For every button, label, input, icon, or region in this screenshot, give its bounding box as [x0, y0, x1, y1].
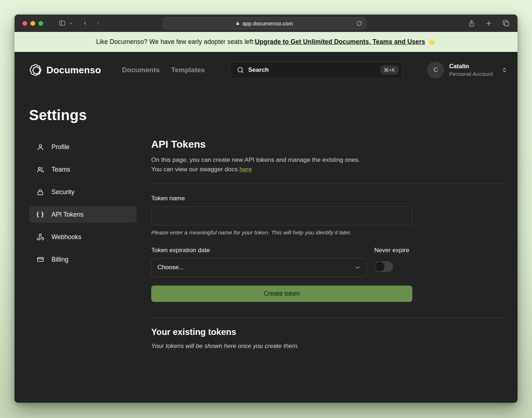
sidebar-chevron-down-icon[interactable]: [69, 21, 73, 25]
settings-page: Settings Profile Teams: [15, 88, 517, 403]
sidebar-toggle-icon[interactable]: [58, 20, 66, 26]
back-button[interactable]: [82, 20, 87, 27]
settings-sidebar: Profile Teams Security: [29, 139, 137, 350]
forward-button[interactable]: [95, 20, 100, 27]
token-name-input[interactable]: [151, 206, 412, 225]
address-bar[interactable]: app.documenso.com: [163, 17, 366, 29]
browser-window: app.documenso.com Like Documenso? We hav…: [15, 15, 517, 403]
chevrons-up-down-icon: [502, 67, 507, 73]
reload-icon[interactable]: [356, 21, 362, 26]
expiration-label: Token expiration date: [151, 247, 367, 254]
sidebar-item-teams[interactable]: Teams: [29, 161, 137, 178]
sidebar-item-api-tokens[interactable]: { } API Tokens: [29, 206, 137, 223]
user-name: Catalin: [449, 62, 493, 70]
existing-tokens-title: Your existing tokens: [151, 327, 504, 337]
promo-text: Like Documenso? We have few early adopte…: [96, 38, 255, 46]
search-placeholder: Search: [248, 66, 376, 74]
description-line2: You can view our swagger docs: [151, 166, 239, 173]
credit-card-icon: [36, 256, 44, 263]
lock-icon: [236, 21, 240, 26]
upgrade-link[interactable]: Upgrade to Get Unlimited Documents, Team…: [255, 38, 425, 46]
expiration-select[interactable]: Choose...: [151, 258, 367, 277]
section-title: API Tokens: [151, 139, 504, 150]
chevron-down-icon: [355, 265, 361, 271]
token-name-hint: Please enter a meaningful name for your …: [151, 229, 412, 236]
traffic-lights: [22, 21, 43, 26]
never-expire-label: Never expire: [374, 247, 412, 254]
divider: [151, 184, 504, 184]
sidebar-item-label: Teams: [51, 166, 70, 173]
never-expire-toggle[interactable]: [374, 261, 393, 272]
sidebar-item-label: Webhooks: [51, 233, 81, 241]
url-text: app.documenso.com: [242, 20, 293, 26]
sidebar-item-label: Security: [51, 188, 74, 196]
sidebar-item-label: API Tokens: [51, 211, 83, 218]
account-menu[interactable]: C Catalin Personal Account: [427, 62, 507, 78]
search-icon: [237, 66, 244, 74]
create-token-form: Token name Please enter a meaningful nam…: [151, 195, 412, 302]
new-tab-icon[interactable]: [485, 20, 492, 27]
documenso-app: Documenso Documents Templates Search ⌘+K…: [15, 52, 517, 403]
brand-name: Documenso: [46, 65, 101, 76]
close-window-button[interactable]: [22, 21, 27, 26]
user-icon: [36, 143, 44, 151]
promo-banner: Like Documenso? We have few early adopte…: [15, 32, 517, 52]
lock-icon: [36, 188, 44, 196]
users-icon: [36, 166, 44, 173]
description-line1: On this page, you can create new API tok…: [151, 155, 504, 165]
sidebar-item-profile[interactable]: Profile: [29, 139, 137, 155]
search-input[interactable]: Search ⌘+K: [230, 62, 403, 79]
share-icon[interactable]: [468, 19, 475, 27]
token-name-label: Token name: [151, 195, 412, 202]
swagger-docs-link[interactable]: here: [239, 166, 252, 173]
page-title: Settings: [29, 107, 504, 123]
account-type: Personal Account: [449, 70, 493, 78]
webhook-icon: [36, 233, 44, 241]
api-tokens-panel: API Tokens On this page, you can create …: [151, 139, 504, 350]
expiration-selected-value: Choose...: [157, 264, 355, 271]
nav-documents[interactable]: Documents: [122, 66, 160, 74]
sidebar-item-billing[interactable]: Billing: [29, 251, 137, 268]
create-token-button[interactable]: Create token: [151, 286, 412, 302]
browser-toolbar: app.documenso.com: [15, 15, 517, 32]
toolbar-right-icons: [468, 19, 510, 27]
minimize-window-button[interactable]: [30, 21, 35, 26]
star-icon: ⭐: [428, 38, 436, 46]
sidebar-item-webhooks[interactable]: Webhooks: [29, 229, 137, 245]
app-header: Documenso Documents Templates Search ⌘+K…: [15, 52, 517, 88]
section-description: On this page, you can create new API tok…: [151, 155, 504, 175]
brand[interactable]: Documenso: [29, 63, 101, 77]
existing-tokens-empty-text: Your tokens will be shown here once you …: [151, 343, 504, 350]
sidebar-item-label: Billing: [51, 256, 69, 263]
sidebar-item-security[interactable]: Security: [29, 184, 137, 200]
zoom-window-button[interactable]: [38, 21, 43, 26]
divider: [151, 318, 504, 318]
tab-overview-icon[interactable]: [502, 20, 510, 27]
nav-templates[interactable]: Templates: [171, 66, 205, 74]
toggle-knob: [375, 262, 384, 271]
search-shortcut-badge: ⌘+K: [380, 65, 399, 75]
braces-icon: { }: [36, 211, 44, 218]
documenso-logo-icon: [29, 63, 42, 77]
top-nav: Documents Templates: [122, 66, 205, 74]
sidebar-item-label: Profile: [51, 143, 70, 151]
avatar: C: [427, 62, 444, 78]
